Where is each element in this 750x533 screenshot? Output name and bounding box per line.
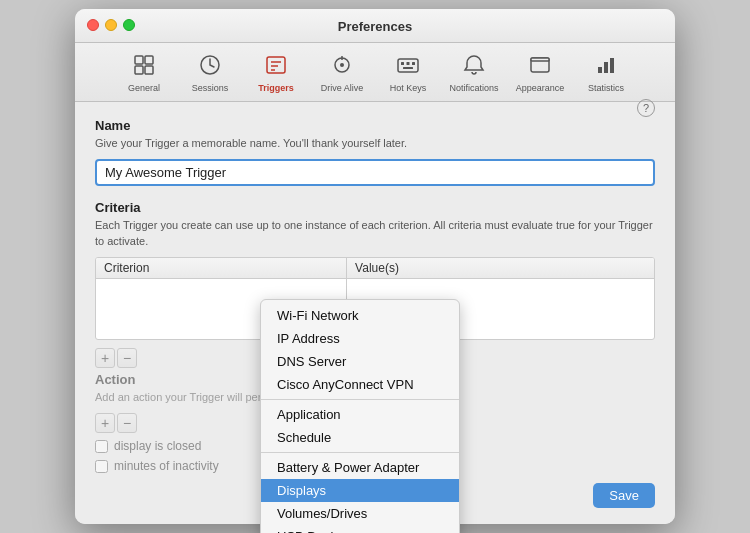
menu-separator-1	[261, 399, 459, 400]
svg-rect-5	[267, 57, 285, 73]
svg-rect-2	[145, 56, 153, 64]
toolbar-item-sessions[interactable]: Sessions	[179, 51, 241, 95]
toolbar-item-general[interactable]: General	[113, 51, 175, 95]
general-icon	[132, 53, 156, 81]
remove-action-button[interactable]: −	[117, 413, 137, 433]
svg-rect-3	[145, 66, 153, 74]
display-closed-checkbox[interactable]	[95, 440, 108, 453]
criteria-header: Criterion Value(s)	[96, 258, 654, 279]
menu-item-schedule[interactable]: Schedule	[261, 426, 459, 449]
sessions-icon	[198, 53, 222, 81]
menu-item-battery[interactable]: Battery & Power Adapter	[261, 456, 459, 479]
menu-item-volumes[interactable]: Volumes/Drives	[261, 502, 459, 525]
add-action-button[interactable]: +	[95, 413, 115, 433]
svg-rect-12	[398, 59, 418, 72]
svg-rect-18	[531, 58, 549, 61]
appearance-label: Appearance	[516, 83, 565, 93]
criteria-section-desc: Each Trigger you create can use up to on…	[95, 218, 655, 249]
toolbar-item-hot-keys[interactable]: Hot Keys	[377, 51, 439, 95]
save-button[interactable]: Save	[593, 483, 655, 508]
menu-item-dns[interactable]: DNS Server	[261, 350, 459, 373]
minimize-button[interactable]	[105, 19, 117, 31]
hot-keys-icon	[396, 53, 420, 81]
name-section-label: Name	[95, 118, 655, 133]
criteria-controls: + −	[95, 348, 137, 368]
close-button[interactable]	[87, 19, 99, 31]
toolbar: General Sessions Triggers	[75, 43, 675, 102]
svg-point-10	[340, 63, 344, 67]
svg-rect-20	[604, 62, 608, 73]
help-icon[interactable]: ?	[637, 99, 655, 117]
window-title: Preferences	[338, 19, 412, 34]
general-label: General	[128, 83, 160, 93]
maximize-button[interactable]	[123, 19, 135, 31]
toolbar-item-statistics[interactable]: Statistics	[575, 51, 637, 95]
dropdown-menu: Wi-Fi Network IP Address DNS Server Cisc…	[260, 299, 460, 533]
drive-alive-label: Drive Alive	[321, 83, 364, 93]
menu-item-ip[interactable]: IP Address	[261, 327, 459, 350]
notifications-label: Notifications	[449, 83, 498, 93]
add-criterion-button[interactable]: +	[95, 348, 115, 368]
trigger-name-input[interactable]	[95, 159, 655, 186]
toolbar-item-appearance[interactable]: Appearance	[509, 51, 571, 95]
criteria-section-label: Criteria	[95, 200, 655, 215]
toolbar-item-triggers[interactable]: Triggers	[245, 51, 307, 95]
menu-item-application[interactable]: Application	[261, 403, 459, 426]
menu-item-displays[interactable]: Displays	[261, 479, 459, 502]
name-section: Name Give your Trigger a memorable name.…	[95, 118, 655, 200]
svg-rect-21	[610, 58, 614, 73]
titlebar: Preferences	[75, 9, 675, 43]
menu-item-wifi[interactable]: Wi-Fi Network	[261, 304, 459, 327]
criterion-col-header: Criterion	[96, 258, 347, 278]
display-closed-label: display is closed	[114, 439, 201, 453]
triggers-icon	[264, 53, 288, 81]
inactivity-checkbox[interactable]	[95, 460, 108, 473]
svg-rect-1	[135, 66, 143, 74]
svg-rect-19	[598, 67, 602, 73]
svg-rect-16	[403, 67, 413, 69]
preferences-window: Preferences General Sessions	[75, 9, 675, 525]
traffic-lights	[87, 19, 135, 31]
svg-rect-15	[412, 62, 415, 65]
drive-alive-icon	[330, 53, 354, 81]
inactivity-label: minutes of inactivity	[114, 459, 219, 473]
appearance-icon	[528, 53, 552, 81]
menu-item-usb[interactable]: USB Device	[261, 525, 459, 533]
action-controls: + −	[95, 413, 137, 433]
toolbar-item-notifications[interactable]: Notifications	[443, 51, 505, 95]
svg-rect-14	[407, 62, 410, 65]
statistics-label: Statistics	[588, 83, 624, 93]
values-col-header: Value(s)	[347, 258, 654, 278]
toolbar-item-drive-alive[interactable]: Drive Alive	[311, 51, 373, 95]
notifications-icon	[462, 53, 486, 81]
menu-separator-2	[261, 452, 459, 453]
triggers-label: Triggers	[258, 83, 294, 93]
hot-keys-label: Hot Keys	[390, 83, 427, 93]
svg-rect-0	[135, 56, 143, 64]
sessions-label: Sessions	[192, 83, 229, 93]
remove-criterion-button[interactable]: −	[117, 348, 137, 368]
statistics-icon	[594, 53, 618, 81]
menu-item-vpn[interactable]: Cisco AnyConnect VPN	[261, 373, 459, 396]
name-section-desc: Give your Trigger a memorable name. You'…	[95, 136, 655, 151]
svg-rect-13	[401, 62, 404, 65]
